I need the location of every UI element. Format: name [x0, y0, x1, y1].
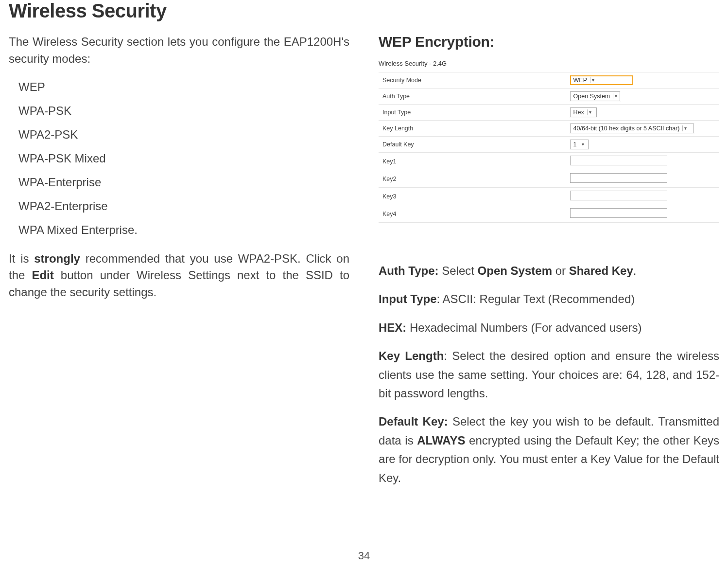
table-row: Security Mode WEP ▾ — [379, 72, 719, 89]
desc-label: Auth Type: — [379, 264, 439, 277]
right-column: WEP Encryption: Wireless Security - 2.4G… — [379, 34, 719, 497]
modes-list: WEP WPA-PSK WPA2-PSK WPA-PSK Mixed WPA-E… — [18, 80, 349, 237]
row-label: Security Mode — [379, 72, 566, 89]
mode-item: WPA-PSK Mixed — [18, 152, 349, 165]
auth-type-dropdown[interactable]: Open System ▾ — [570, 91, 621, 101]
table-row: Default Key 1 ▾ — [379, 137, 719, 153]
table-row: Input Type Hex ▾ — [379, 105, 719, 121]
option-text: Open System — [478, 264, 552, 277]
table-row: Key Length 40/64-bit (10 hex digits or 5… — [379, 121, 719, 137]
wep-form-table: Security Mode WEP ▾ Auth Type Open Syste… — [379, 72, 719, 223]
option-text: Shared Key — [569, 264, 633, 277]
dropdown-value: Open System — [573, 93, 610, 100]
row-label: Key Length — [379, 121, 566, 137]
hex-desc: HEX: Hexadecimal Numbers (For advanced u… — [379, 319, 719, 337]
dropdown-value: Hex — [573, 109, 584, 116]
chevron-down-icon: ▾ — [682, 125, 688, 131]
table-row: Key3 — [379, 188, 719, 205]
chevron-down-icon: ▾ — [590, 77, 596, 83]
wep-screenshot: Wireless Security - 2.4G Security Mode W… — [379, 60, 719, 223]
mode-item: WEP — [18, 80, 349, 94]
dropdown-value: 1 — [573, 141, 577, 148]
row-label: Auth Type — [379, 89, 566, 105]
input-type-dropdown[interactable]: Hex ▾ — [570, 107, 597, 117]
text-fragment: : ASCII: Regular Text (Recommended) — [437, 292, 635, 305]
text-fragment: Select — [439, 264, 478, 277]
desc-label: Key Length — [379, 349, 444, 362]
table-row: Key2 — [379, 170, 719, 188]
content-columns: The Wireless Security section lets you c… — [9, 34, 719, 497]
row-value-cell — [566, 170, 719, 188]
mode-item: WPA2-PSK — [18, 128, 349, 142]
edit-label: Edit — [32, 268, 53, 282]
desc-label: HEX: — [379, 321, 406, 334]
mode-item: WPA-Enterprise — [18, 176, 349, 189]
security-mode-dropdown[interactable]: WEP ▾ — [570, 75, 633, 85]
recommendation-text: It is strongly recommended that you use … — [9, 250, 349, 301]
table-row: Key4 — [379, 205, 719, 223]
description-list: Auth Type: Select Open System or Shared … — [379, 262, 719, 487]
strong-text: strongly — [34, 252, 80, 265]
desc-label: Input Type — [379, 292, 437, 305]
row-value-cell: 1 ▾ — [566, 137, 719, 153]
row-value-cell: WEP ▾ — [566, 72, 719, 89]
key1-input[interactable] — [570, 156, 667, 165]
key-length-dropdown[interactable]: 40/64-bit (10 hex digits or 5 ASCII char… — [570, 124, 694, 133]
key2-input[interactable] — [570, 173, 667, 183]
dropdown-value: WEP — [573, 77, 587, 84]
auth-type-desc: Auth Type: Select Open System or Shared … — [379, 262, 719, 280]
text-fragment: Hexadecimal Numbers (For advanced users) — [406, 321, 641, 334]
text-fragment: button under Wireless Settings next to t… — [9, 268, 349, 299]
row-label: Key2 — [379, 170, 566, 188]
always-text: ALWAYS — [417, 434, 465, 447]
intro-text: The Wireless Security section lets you c… — [9, 34, 349, 68]
row-value-cell: 40/64-bit (10 hex digits or 5 ASCII char… — [566, 121, 719, 137]
key3-input[interactable] — [570, 191, 667, 200]
default-key-dropdown[interactable]: 1 ▾ — [570, 140, 589, 149]
row-label: Key1 — [379, 153, 566, 170]
row-value-cell — [566, 153, 719, 170]
desc-label: Default Key: — [379, 415, 448, 428]
text-fragment: or — [552, 264, 569, 277]
row-label: Key4 — [379, 205, 566, 223]
row-value-cell — [566, 188, 719, 205]
wep-heading: WEP Encryption: — [379, 34, 719, 50]
default-key-desc: Default Key: Select the key you wish to … — [379, 412, 719, 487]
text-fragment: It is — [9, 252, 34, 265]
row-label: Key3 — [379, 188, 566, 205]
page-number: 34 — [358, 550, 370, 562]
key4-input[interactable] — [570, 208, 667, 218]
page-title: Wireless Security — [9, 0, 719, 22]
row-label: Input Type — [379, 105, 566, 121]
left-column: The Wireless Security section lets you c… — [9, 34, 349, 497]
row-value-cell — [566, 205, 719, 223]
screenshot-title: Wireless Security - 2.4G — [379, 60, 719, 67]
input-type-desc: Input Type: ASCII: Regular Text (Recomme… — [379, 290, 719, 308]
row-label: Default Key — [379, 137, 566, 153]
table-row: Auth Type Open System ▾ — [379, 89, 719, 105]
mode-item: WPA Mixed Enterprise. — [18, 223, 349, 237]
key-length-desc: Key Length: Select the desired option an… — [379, 347, 719, 403]
chevron-down-icon: ▾ — [587, 109, 593, 115]
table-row: Key1 — [379, 153, 719, 170]
row-value-cell: Hex ▾ — [566, 105, 719, 121]
text-fragment: . — [633, 264, 637, 277]
chevron-down-icon: ▾ — [613, 93, 619, 99]
mode-item: WPA-PSK — [18, 104, 349, 118]
row-value-cell: Open System ▾ — [566, 89, 719, 105]
chevron-down-icon: ▾ — [580, 142, 586, 147]
mode-item: WPA2-Enterprise — [18, 199, 349, 213]
dropdown-value: 40/64-bit (10 hex digits or 5 ASCII char… — [573, 125, 680, 132]
